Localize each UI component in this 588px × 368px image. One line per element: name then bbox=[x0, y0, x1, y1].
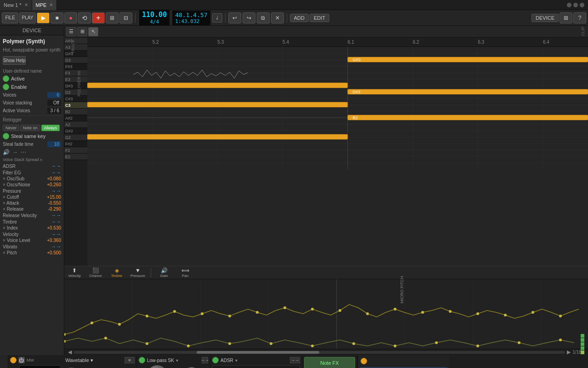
osc-power-icon[interactable]: ⏻ bbox=[18, 357, 25, 363]
svg-point-68 bbox=[394, 345, 396, 347]
stop-button[interactable]: ■ bbox=[51, 12, 63, 23]
scroll-track[interactable] bbox=[74, 351, 565, 354]
tab-close-new1[interactable]: ✕ bbox=[24, 2, 28, 7]
roll-list-btn[interactable]: ☰ bbox=[66, 27, 76, 36]
key-fs2[interactable]: F#2 bbox=[64, 141, 87, 147]
adsr-curve bbox=[213, 366, 300, 368]
undo-button[interactable]: ↩ bbox=[228, 12, 241, 23]
filter-label[interactable]: Low-pass SK bbox=[147, 358, 174, 363]
expression-area[interactable] bbox=[64, 279, 588, 349]
edit-label[interactable]: EDIT bbox=[310, 14, 329, 22]
micro-pitch-enable[interactable] bbox=[361, 358, 367, 364]
svg-point-66 bbox=[311, 345, 314, 347]
attack-value: -0.550 bbox=[48, 201, 61, 206]
tab-new1[interactable]: New 1 * ✕ bbox=[0, 0, 32, 10]
key-gs2[interactable]: G#2 bbox=[64, 128, 87, 134]
bpm-display[interactable]: 110.00 bbox=[142, 11, 167, 19]
roll-grid-btn[interactable]: ⊞ bbox=[77, 27, 87, 36]
scroll-thumb[interactable] bbox=[197, 351, 320, 354]
release-value: -0.290 bbox=[48, 207, 61, 212]
filter-cutoff-knob[interactable] bbox=[147, 365, 167, 368]
pan-mod-label: Pan bbox=[182, 274, 188, 278]
adsr-select[interactable]: ADSR bbox=[220, 358, 233, 363]
speaker-icon: 🔊 bbox=[3, 149, 10, 155]
steal-key-toggle[interactable] bbox=[3, 133, 9, 139]
enable-toggle[interactable] bbox=[3, 84, 9, 90]
svg-point-71 bbox=[518, 341, 520, 344]
pan-mod[interactable]: ⟺ Pan bbox=[177, 267, 193, 278]
velocity-mod[interactable]: ⬆ Velocity bbox=[66, 267, 83, 278]
svg-point-43 bbox=[118, 323, 121, 326]
timbre-mod[interactable]: ◈ Timbre bbox=[108, 267, 125, 278]
active-toggle[interactable] bbox=[3, 75, 9, 82]
copy-button[interactable]: ⧉ bbox=[257, 12, 270, 23]
filter-arrows[interactable]: →→ bbox=[202, 357, 208, 363]
chance-mod[interactable]: ⬛ Chance bbox=[87, 267, 104, 278]
note-grid[interactable]: 5.2 5.3 5.4 6.1 6.2 6.3 6.4 bbox=[87, 38, 588, 266]
tab-mpe[interactable]: MPE ✕ bbox=[32, 0, 57, 10]
device-label[interactable]: DEVICE bbox=[531, 14, 559, 22]
device-extra[interactable]: ⊞ bbox=[560, 12, 572, 23]
key-a2[interactable]: A2 bbox=[64, 121, 87, 128]
roll-select-btn[interactable]: ↖ bbox=[88, 27, 98, 36]
position-display: 48.1.4.57 bbox=[175, 12, 207, 18]
filter-enable[interactable] bbox=[139, 357, 145, 363]
mark-5-2: 5.2 bbox=[153, 40, 159, 45]
tab-close-mpe[interactable]: ✕ bbox=[49, 2, 53, 7]
note-fx-button[interactable]: Note FX bbox=[304, 357, 355, 368]
osc-section: ⏻ MW Wavetable ▾ ≡ ↕ ⟺ Two Harmonics.wt bbox=[8, 355, 137, 368]
help-button[interactable]: ? bbox=[573, 12, 586, 23]
pressure-mod[interactable]: ▼ Pressure bbox=[130, 267, 146, 278]
adsr-section: ADSR ▾ →→ bbox=[210, 355, 302, 368]
key-c3[interactable]: C3 bbox=[64, 102, 87, 109]
file-button[interactable]: FILE bbox=[2, 12, 18, 23]
osc-menu[interactable]: ≡ bbox=[124, 357, 135, 363]
window-close[interactable] bbox=[580, 3, 584, 7]
svg-point-63 bbox=[187, 345, 190, 347]
adsr-enable[interactable] bbox=[212, 357, 219, 363]
play-mode-button[interactable]: PLAY bbox=[19, 12, 36, 23]
adsr-arrows-btn[interactable]: →→ bbox=[290, 357, 300, 363]
show-help-button[interactable]: Show Help bbox=[3, 56, 26, 65]
osc-enable[interactable] bbox=[10, 357, 17, 363]
record-button[interactable]: ● bbox=[64, 12, 77, 23]
window-maximize[interactable] bbox=[573, 3, 578, 7]
play-button[interactable]: ▶ bbox=[37, 12, 50, 23]
key-f2[interactable]: F2 bbox=[64, 147, 87, 154]
gain-mod[interactable]: 🔊 Gain bbox=[156, 267, 172, 278]
view-button[interactable]: ⊟ bbox=[119, 12, 132, 23]
scroll-left[interactable]: ◀ bbox=[68, 349, 72, 355]
voices-value[interactable]: 6 bbox=[47, 92, 61, 98]
svg-point-56 bbox=[476, 312, 479, 315]
oscs-noise-label: Oscs/Noise bbox=[3, 182, 30, 187]
retrigger-header: Retrigger bbox=[0, 115, 64, 124]
key-b2[interactable]: B2 bbox=[64, 109, 87, 115]
key-g3[interactable]: G3 bbox=[64, 57, 87, 63]
always-button[interactable]: Always bbox=[41, 125, 60, 131]
active-voices-label: Active Voices bbox=[3, 108, 30, 113]
chance-mod-label: Chance bbox=[89, 274, 102, 278]
key-as2[interactable]: A#2 bbox=[64, 115, 87, 121]
voice-stacking-value[interactable]: Off bbox=[47, 100, 61, 106]
clip-button[interactable]: ⊞ bbox=[106, 12, 119, 23]
key-g2[interactable]: G2 bbox=[64, 134, 87, 141]
scroll-right[interactable]: ▶ bbox=[567, 349, 571, 355]
voice-stacking-row: Voice stacking Off bbox=[0, 99, 64, 107]
never-button[interactable]: Never bbox=[3, 125, 19, 131]
steal-key-row: Steal same key bbox=[0, 132, 64, 140]
key-e2[interactable]: E2 bbox=[64, 154, 87, 160]
steal-fade-value[interactable]: 10 bbox=[47, 141, 61, 147]
active-voices-value: 3 / 6 bbox=[47, 108, 61, 114]
delete-button[interactable]: ✕ bbox=[271, 12, 284, 23]
pressure-arrows: →→ bbox=[51, 188, 61, 194]
loop-button[interactable]: ⟲ bbox=[78, 12, 91, 23]
add-button2[interactable]: + bbox=[92, 12, 105, 23]
vu-bar-2 bbox=[581, 338, 584, 342]
window-minimize[interactable] bbox=[567, 3, 571, 7]
duration-display: 1:43.032 bbox=[175, 18, 207, 24]
add-label[interactable]: ADD bbox=[290, 14, 309, 22]
wavetable-selector[interactable]: Wavetable ▾ bbox=[36, 357, 123, 363]
redo-button[interactable]: ↪ bbox=[243, 12, 255, 23]
note-on-button[interactable]: Note on bbox=[20, 125, 40, 131]
metronome-button[interactable]: ♩ bbox=[212, 13, 222, 23]
